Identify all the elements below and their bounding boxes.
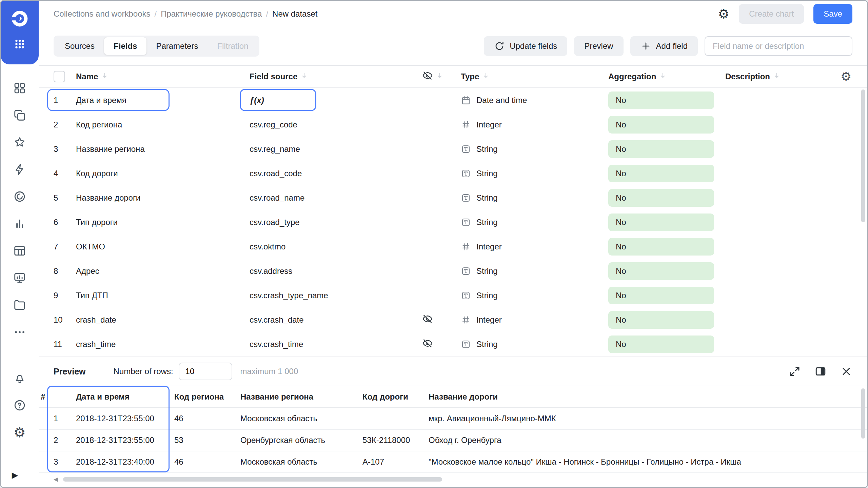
field-type[interactable]: Integer: [459, 120, 606, 130]
apps-grid-icon[interactable]: [13, 37, 26, 51]
create-chart-button[interactable]: Create chart: [739, 4, 804, 24]
dataset-settings-gear-icon[interactable]: ⚙: [718, 7, 729, 20]
split-view-icon[interactable]: [814, 365, 827, 378]
field-aggregation[interactable]: No: [606, 140, 723, 158]
table-grid-icon[interactable]: [13, 244, 26, 258]
aggregation-badge[interactable]: No: [608, 116, 714, 134]
table-settings-gear-icon[interactable]: ⚙: [839, 70, 867, 83]
field-aggregation[interactable]: No: [606, 311, 723, 329]
field-hidden-cell[interactable]: [420, 338, 459, 351]
aggregation-badge[interactable]: No: [608, 262, 714, 280]
collapse-sidebar-icon[interactable]: ▶: [8, 468, 22, 482]
connections-bolt-icon[interactable]: [13, 163, 26, 176]
preview-button[interactable]: Preview: [574, 36, 623, 56]
aggregation-badge[interactable]: No: [608, 92, 714, 109]
settings-gear-icon[interactable]: ⚙: [13, 426, 26, 439]
breadcrumb-collections[interactable]: Collections and workbooks: [54, 9, 150, 19]
field-source[interactable]: ƒ(x): [248, 96, 420, 105]
field-source[interactable]: csv.crash_time: [248, 340, 420, 349]
favorites-star-icon[interactable]: [13, 136, 26, 149]
aggregation-badge[interactable]: No: [608, 214, 714, 231]
field-source[interactable]: csv.crash_type_name: [248, 291, 420, 300]
aggregation-badge[interactable]: No: [608, 140, 714, 158]
aggregation-badge[interactable]: No: [608, 165, 714, 182]
collections-icon[interactable]: [13, 108, 26, 122]
field-type[interactable]: String: [459, 217, 606, 227]
column-header-hidden[interactable]: [420, 70, 459, 83]
field-type[interactable]: Integer: [459, 315, 606, 325]
tiles-icon[interactable]: [13, 81, 26, 95]
field-aggregation[interactable]: No: [606, 214, 723, 231]
field-source[interactable]: csv.oktmo: [248, 242, 420, 251]
monitor-chart-icon[interactable]: [13, 271, 26, 285]
tab-fields[interactable]: Fields: [104, 37, 146, 55]
field-source[interactable]: csv.reg_code: [248, 120, 420, 129]
rows-count-input[interactable]: [179, 363, 232, 380]
services-ring-icon[interactable]: [13, 190, 26, 203]
field-name[interactable]: Адрес: [74, 266, 248, 276]
field-aggregation[interactable]: No: [606, 287, 723, 304]
scroll-left-arrow-icon[interactable]: ◀: [54, 476, 58, 482]
field-type[interactable]: String: [459, 339, 606, 349]
field-aggregation[interactable]: No: [606, 92, 723, 109]
field-aggregation[interactable]: No: [606, 336, 723, 353]
save-button[interactable]: Save: [813, 4, 852, 24]
field-name[interactable]: Код дороги: [74, 169, 248, 178]
field-source[interactable]: csv.address: [248, 266, 420, 276]
select-all-checkbox[interactable]: [54, 71, 65, 82]
field-aggregation[interactable]: No: [606, 262, 723, 280]
field-name[interactable]: Тип ДТП: [74, 291, 248, 300]
column-header-type[interactable]: Type: [459, 72, 606, 82]
breadcrumb-workbook[interactable]: Практические руководства: [161, 9, 262, 19]
fields-vertical-scrollbar[interactable]: [861, 89, 865, 222]
notifications-bell-icon[interactable]: [13, 371, 26, 385]
field-source[interactable]: csv.road_name: [248, 193, 420, 203]
field-type[interactable]: Integer: [459, 242, 606, 252]
folder-icon[interactable]: [13, 298, 26, 312]
charts-bars-icon[interactable]: [13, 217, 26, 230]
column-header-description[interactable]: Description: [723, 72, 839, 82]
preview-vertical-scrollbar[interactable]: [861, 388, 865, 439]
field-type[interactable]: String: [459, 266, 606, 276]
field-name[interactable]: Код региона: [74, 120, 248, 129]
aggregation-badge[interactable]: No: [608, 238, 714, 256]
field-name[interactable]: ОКТМО: [74, 242, 248, 251]
column-header-field-source[interactable]: Field source: [248, 72, 420, 82]
column-header-name[interactable]: Name: [74, 72, 248, 82]
field-aggregation[interactable]: No: [606, 238, 723, 256]
aggregation-badge[interactable]: No: [608, 311, 714, 329]
field-aggregation[interactable]: No: [606, 189, 723, 207]
tab-sources[interactable]: Sources: [55, 37, 104, 55]
field-name[interactable]: Дата и время: [74, 96, 248, 105]
field-aggregation[interactable]: No: [606, 116, 723, 134]
field-name[interactable]: Название региона: [74, 144, 248, 154]
field-type[interactable]: String: [459, 168, 606, 179]
field-hidden-cell[interactable]: [420, 313, 459, 326]
field-type[interactable]: Date and time: [459, 95, 606, 105]
field-aggregation[interactable]: No: [606, 165, 723, 182]
close-preview-icon[interactable]: [840, 365, 852, 378]
field-name[interactable]: Название дороги: [74, 193, 248, 203]
aggregation-badge[interactable]: No: [608, 287, 714, 304]
field-name[interactable]: crash_time: [74, 340, 248, 349]
more-ellipsis-icon[interactable]: [13, 325, 26, 339]
expand-preview-icon[interactable]: [789, 365, 801, 378]
tab-parameters[interactable]: Parameters: [146, 37, 208, 55]
add-field-button[interactable]: Add field: [630, 36, 698, 56]
field-source[interactable]: csv.reg_name: [248, 144, 420, 154]
field-name[interactable]: Тип дороги: [74, 218, 248, 227]
field-source[interactable]: csv.road_code: [248, 169, 420, 178]
column-header-aggregation[interactable]: Aggregation: [606, 72, 723, 82]
help-icon[interactable]: [13, 399, 26, 412]
datalens-logo-icon[interactable]: [8, 7, 31, 30]
horizontal-scrollbar-thumb[interactable]: [63, 477, 442, 482]
field-search-input[interactable]: [705, 36, 852, 56]
field-name[interactable]: crash_date: [74, 315, 248, 325]
field-source[interactable]: csv.road_type: [248, 218, 420, 227]
aggregation-badge[interactable]: No: [608, 336, 714, 353]
update-fields-button[interactable]: Update fields: [484, 36, 567, 56]
field-type[interactable]: String: [459, 193, 606, 203]
field-type[interactable]: String: [459, 144, 606, 154]
aggregation-badge[interactable]: No: [608, 189, 714, 207]
field-type[interactable]: String: [459, 290, 606, 301]
